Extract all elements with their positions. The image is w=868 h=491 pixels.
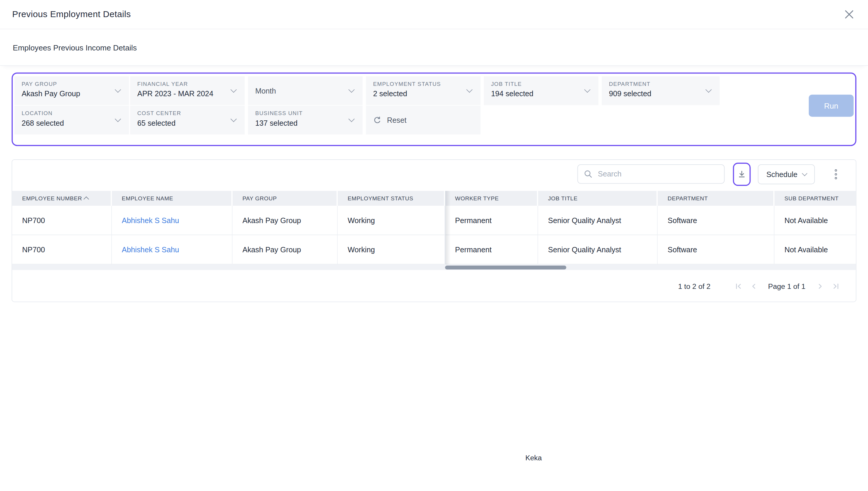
download-button[interactable] [733,163,751,186]
filter-label: DEPARTMENT [609,81,703,87]
table-toolbar: Schedule [12,160,856,191]
reset-filters-button[interactable]: Reset [366,106,480,135]
filter-label: EMPLOYMENT STATUS [373,81,464,87]
schedule-label: Schedule [766,170,798,178]
table-row: NP700 Abhishek S Sahu Akash Pay Group Wo… [12,206,856,235]
last-page-button[interactable] [831,282,840,290]
column-header-sub-department[interactable]: SUB DEPARTMENT [775,191,856,206]
cell-employee-number: NP700 [12,235,112,264]
chevron-down-icon [115,116,121,122]
filter-value: 268 selected [22,119,112,127]
filter-month[interactable]: Month [248,77,363,105]
cell-employee-name: Abhishek S Sahu [112,235,233,264]
chevron-down-icon [584,86,590,93]
filter-label: BUSINESS UNIT [255,110,346,116]
filter-employment-status[interactable]: EMPLOYMENT STATUS 2 selected [366,77,480,105]
filter-value: 909 selected [609,90,703,98]
schedule-button[interactable]: Schedule [758,164,815,184]
kebab-menu-icon [835,169,837,172]
chevron-down-icon [466,86,472,93]
employee-name-link[interactable]: Abhishek S Sahu [122,246,179,254]
filter-location[interactable]: LOCATION 268 selected [15,106,129,135]
more-options-button[interactable] [831,166,841,183]
filter-value: 2 selected [373,90,464,98]
pagination-bar: 1 to 2 of 2 Page 1 of 1 [12,270,856,302]
download-icon [737,170,746,179]
filter-value: 194 selected [491,90,582,98]
chevron-down-icon [115,86,121,93]
filter-panel: PAY GROUP Akash Pay Group FINANCIAL YEAR… [11,73,856,146]
report-modal: Previous Employment Details Employees Pr… [0,0,868,491]
column-header-pay-group[interactable]: PAY GROUP [233,191,338,206]
cell-sub-department: Not Available [775,235,856,264]
cell-employee-number: NP700 [12,206,112,235]
cell-employee-name: Abhishek S Sahu [112,206,233,235]
search-box[interactable] [578,164,725,184]
modal-header: Previous Employment Details [0,0,868,29]
pagination-range: 1 to 2 of 2 [678,282,711,290]
cell-department: Software [658,206,775,235]
table-header-row: EMPLOYEE NUMBER EMPLOYEE NAME PAY GROUP … [12,191,856,206]
previous-page-button[interactable] [749,282,758,290]
previous-page-icon [750,282,757,289]
report-subheader: Employees Previous Income Details [0,29,868,66]
run-button[interactable]: Run [809,95,853,117]
filter-label: PAY GROUP [22,81,112,87]
column-header-department[interactable]: DEPARTMENT [658,191,775,206]
filter-department[interactable]: DEPARTMENT 909 selected [602,77,720,105]
filter-financial-year[interactable]: FINANCIAL YEAR APR 2023 - MAR 2024 [130,77,245,105]
reset-icon [373,116,382,124]
cell-job-title: Senior Quality Analyst [538,206,658,235]
chevron-down-icon [348,116,355,122]
results-card: Schedule EMPLOYEE NUMBER EMPLOYEE NAME P… [11,159,856,302]
cell-department: Software [658,235,775,264]
column-header-employee-number[interactable]: EMPLOYEE NUMBER [12,191,112,206]
chevron-down-icon [231,86,237,93]
column-header-employment-status[interactable]: EMPLOYMENT STATUS [338,191,445,206]
cell-sub-department: Not Available [775,206,856,235]
filter-business-unit[interactable]: BUSINESS UNIT 137 selected [248,106,363,135]
filter-label: COST CENTER [137,110,228,116]
cell-worker-type: Permanent [445,235,538,264]
cell-job-title: Senior Quality Analyst [538,235,658,264]
column-header-worker-type[interactable]: WORKER TYPE [445,191,538,206]
chevron-down-icon [705,86,711,93]
filter-value: Akash Pay Group [22,90,112,98]
search-icon [584,170,592,178]
filter-job-title[interactable]: JOB TITLE 194 selected [484,77,598,105]
page-title: Previous Employment Details [12,9,131,20]
chevron-down-icon [802,171,807,176]
cell-worker-type: Permanent [445,206,538,235]
filter-pay-group[interactable]: PAY GROUP Akash Pay Group [15,77,129,105]
filter-label: FINANCIAL YEAR [137,81,228,87]
column-header-job-title[interactable]: JOB TITLE [538,191,658,206]
search-input[interactable] [597,169,710,179]
brand-footer: Keka [525,454,542,462]
reset-label: Reset [387,116,407,124]
horizontal-scrollbar[interactable] [12,264,856,270]
first-page-button[interactable] [734,282,743,290]
filter-cost-center[interactable]: COST CENTER 65 selected [130,106,245,135]
chevron-down-icon [348,86,355,93]
first-page-icon [734,282,741,289]
chevron-down-icon [231,116,237,122]
cell-pay-group: Akash Pay Group [233,235,338,264]
filter-value: 65 selected [137,119,228,127]
filter-placeholder: Month [255,86,276,95]
cell-employment-status: Working [338,235,445,264]
scrollbar-thumb[interactable] [445,265,566,269]
report-subtitle: Employees Previous Income Details [13,43,137,52]
pagination-page-text: Page 1 of 1 [768,282,806,290]
close-icon [843,8,855,20]
sort-asc-icon [84,197,89,202]
next-page-icon [816,282,823,289]
table-row: NP700 Abhishek S Sahu Akash Pay Group Wo… [12,235,856,264]
column-header-employee-name[interactable]: EMPLOYEE NAME [112,191,233,206]
employee-name-link[interactable]: Abhishek S Sahu [122,216,179,224]
filter-value: 137 selected [255,119,346,127]
filter-value: APR 2023 - MAR 2024 [137,90,228,98]
close-button[interactable] [843,8,855,20]
next-page-button[interactable] [815,282,824,290]
filter-label: LOCATION [22,110,112,116]
cell-pay-group: Akash Pay Group [233,206,338,235]
